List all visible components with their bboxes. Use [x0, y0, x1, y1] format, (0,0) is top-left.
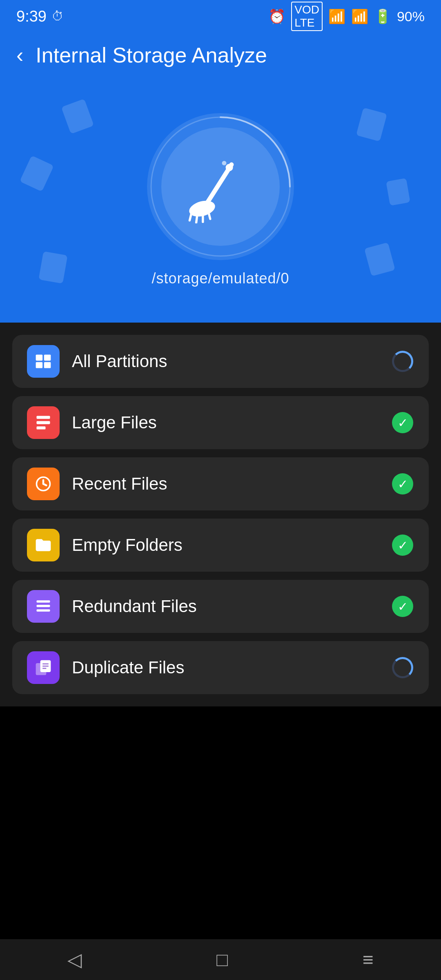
recent-files-check: ✓ [392, 473, 413, 494]
duplicate-files-icon [27, 651, 60, 684]
scan-item-empty-folders[interactable]: Empty Folders ✓ [12, 519, 429, 572]
all-partitions-loader [392, 351, 413, 372]
empty-folders-status: ✓ [391, 534, 414, 557]
scan-item-duplicate-files[interactable]: Duplicate Files [12, 641, 429, 694]
svg-rect-11 [36, 362, 43, 368]
large-files-status: ✓ [391, 411, 414, 434]
svg-rect-21 [37, 609, 50, 612]
status-icons: ⏰ VODLTE 📶 📶 🔋 90% [268, 2, 425, 31]
status-bar: 9:39 ⏱ ⏰ VODLTE 📶 📶 🔋 90% [0, 0, 441, 33]
scan-item-redundant-files[interactable]: Redundant Files ✓ [12, 580, 429, 633]
nav-back-button[interactable]: ◁ [43, 940, 106, 979]
large-files-icon [27, 406, 60, 439]
signal2-icon: 📶 [351, 8, 368, 24]
large-files-label: Large Files [72, 413, 379, 432]
scan-item-large-files[interactable]: Large Files ✓ [12, 396, 429, 449]
float-icon-4 [364, 242, 395, 276]
scan-arc [147, 113, 294, 260]
empty-folders-check: ✓ [392, 535, 413, 556]
svg-rect-19 [37, 600, 50, 603]
svg-line-18 [43, 484, 46, 486]
redundant-files-check: ✓ [392, 596, 413, 617]
signal-icon: 📶 [328, 8, 345, 24]
bottom-nav: ◁ □ ≡ [0, 939, 441, 980]
svg-rect-10 [44, 355, 51, 361]
svg-rect-12 [44, 362, 51, 368]
scan-list: All Partitions Large Files ✓ Recent F [0, 323, 441, 706]
status-time: 9:39 ⏱ [16, 8, 64, 25]
duplicate-files-label: Duplicate Files [72, 658, 379, 677]
all-partitions-status [391, 350, 414, 373]
nav-home-button[interactable]: □ [192, 940, 252, 979]
time-display: 9:39 [16, 8, 47, 25]
duplicate-files-status [391, 656, 414, 679]
empty-folders-label: Empty Folders [72, 535, 379, 555]
float-icon-1 [61, 99, 94, 134]
scan-item-recent-files[interactable]: Recent Files ✓ [12, 457, 429, 510]
svg-rect-14 [37, 421, 50, 424]
svg-rect-20 [37, 605, 50, 607]
svg-rect-9 [36, 355, 43, 361]
float-icon-3 [38, 251, 67, 283]
redundant-files-icon [27, 590, 60, 623]
header: ‹ Internal Storage Analyze [0, 33, 441, 78]
float-icon-6 [386, 178, 410, 206]
page-title: Internal Storage Analyze [36, 43, 267, 67]
empty-folders-icon [27, 529, 60, 561]
recent-files-status: ✓ [391, 472, 414, 495]
svg-rect-15 [37, 426, 46, 429]
hero-section: /storage/emulated/0 [0, 78, 441, 323]
redundant-files-status: ✓ [391, 595, 414, 618]
sim-label: VODLTE [291, 2, 323, 31]
timer-icon: ⏱ [51, 9, 64, 23]
redundant-files-label: Redundant Files [72, 597, 379, 616]
float-icon-5 [20, 156, 54, 192]
all-partitions-icon [27, 345, 60, 378]
battery-percent: 90% [397, 9, 425, 24]
scan-item-all-partitions[interactable]: All Partitions [12, 335, 429, 388]
large-files-check: ✓ [392, 412, 413, 433]
all-partitions-label: All Partitions [72, 352, 379, 371]
nav-menu-button[interactable]: ≡ [338, 940, 398, 979]
duplicate-files-loader [392, 657, 413, 678]
svg-rect-13 [37, 416, 50, 419]
recent-files-label: Recent Files [72, 474, 379, 494]
float-icon-2 [356, 107, 387, 141]
battery-icon: 🔋 [374, 8, 391, 24]
alarm-icon: ⏰ [268, 8, 285, 24]
broom-animation [147, 113, 294, 260]
recent-files-icon [27, 468, 60, 500]
broom-outer-circle [147, 113, 294, 260]
back-button[interactable]: ‹ [16, 45, 23, 66]
